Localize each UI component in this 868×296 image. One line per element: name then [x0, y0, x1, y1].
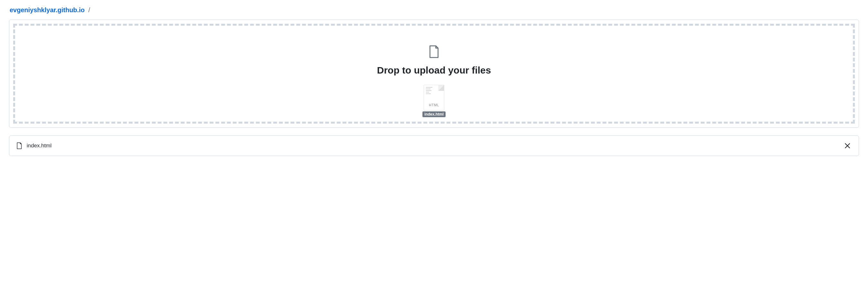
file-row: index.html [9, 136, 859, 156]
breadcrumb-separator: / [88, 6, 90, 13]
repo-link[interactable]: evgeniyshklyar.github.io [10, 6, 85, 13]
upload-dropzone[interactable]: Drop to upload your files HTML index.htm… [9, 20, 859, 128]
dropzone-inner: Drop to upload your files HTML index.htm… [13, 24, 855, 124]
file-icon [17, 142, 22, 149]
uploaded-files-list: index.html [9, 135, 859, 156]
dropzone-message: Drop to upload your files [377, 65, 491, 76]
file-name: index.html [27, 142, 839, 149]
dragged-file-type: HTML [429, 103, 439, 107]
file-icon [429, 45, 439, 59]
dragged-file-name: index.html [423, 111, 445, 117]
dragged-file-thumbnail: HTML [424, 85, 444, 110]
remove-file-button[interactable] [843, 141, 851, 150]
dragged-file-preview: HTML index.html [423, 85, 445, 117]
breadcrumb: evgeniyshklyar.github.io / [9, 6, 859, 14]
close-icon [844, 143, 850, 149]
